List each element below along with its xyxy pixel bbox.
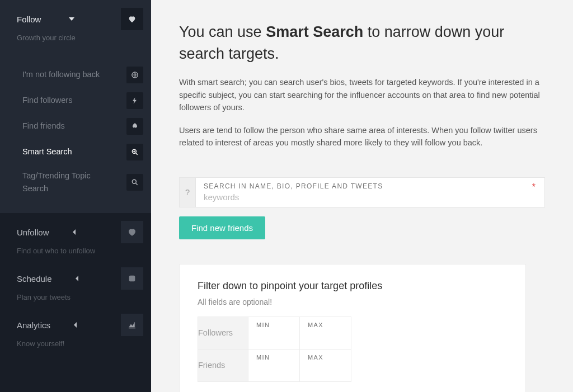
nav-label: Find followers: [22, 94, 72, 107]
description-1: With smart search; you can search user's…: [179, 76, 540, 114]
nav-label: Find friends: [22, 120, 65, 133]
min-label: MIN: [256, 322, 270, 328]
heart-outline-icon: [121, 221, 143, 243]
follow-header[interactable]: Follow: [17, 8, 143, 30]
title-pre: You can use: [179, 23, 266, 40]
search-input[interactable]: [204, 192, 537, 202]
filter-row-friends: Friends MIN MAX: [198, 349, 351, 381]
help-icon[interactable]: ?: [179, 177, 196, 207]
sidebar-section-analytics[interactable]: Analytics Know yourself!: [0, 306, 151, 352]
filter-panel: Filter down to pinpoint your target prof…: [179, 264, 526, 392]
sidebar-section-unfollow[interactable]: Unfollow Find out who to unfollow: [0, 213, 151, 259]
nav-label: I'm not following back: [22, 68, 100, 81]
required-indicator: *: [532, 182, 536, 192]
nav-label: Tag/Trending Topic Search: [22, 169, 101, 195]
nav-find-followers[interactable]: Find followers: [0, 88, 151, 114]
search-icon: [126, 174, 143, 191]
nav-find-friends[interactable]: Find friends: [0, 114, 151, 139]
chevron-left-icon: [72, 229, 77, 235]
nav-not-following-back[interactable]: I'm not following back: [0, 62, 151, 88]
analytics-title: Analytics: [17, 320, 50, 330]
globe-icon: [126, 67, 143, 83]
search-label: SEARCH IN NAME, BIO, PROFILE AND TWEETS: [204, 182, 537, 190]
heart-icon: [121, 8, 143, 30]
chevron-left-icon: [73, 322, 78, 328]
sidebar-section-follow: Follow Growth your circle: [0, 0, 151, 51]
description-2: Users are tend to follow the person who …: [179, 124, 540, 149]
title-bold: Smart Search: [266, 23, 363, 40]
min-label: MIN: [256, 354, 270, 361]
max-label: MAX: [308, 322, 323, 328]
sidebar: Follow Growth your circle I'm not follow…: [0, 0, 151, 392]
chart-icon: [121, 314, 143, 336]
svg-rect-4: [131, 278, 133, 280]
unfollow-subtitle: Find out who to unfollow: [17, 247, 143, 255]
schedule-subtitle: Plan your tweets: [17, 293, 143, 301]
bolt-icon: [126, 92, 143, 109]
filter-row-followers: Followers MIN MAX: [198, 317, 351, 349]
unfollow-title: Unfollow: [17, 228, 49, 237]
filter-title: Filter down to pinpoint your target prof…: [198, 280, 508, 292]
follow-subtitle: Growth your circle: [17, 34, 143, 42]
filter-subtitle: All fields are optional!: [198, 297, 508, 306]
rocket-icon: [126, 118, 143, 135]
main-content: You can use Smart Search to narrow down …: [151, 0, 573, 392]
filter-table: Followers MIN MAX Friends MIN MAX: [198, 317, 351, 382]
stop-icon: [121, 267, 143, 290]
nav-smart-search[interactable]: Smart Search: [0, 139, 151, 165]
schedule-title: Schedule: [17, 274, 52, 284]
sidebar-section-schedule[interactable]: Schedule Plan your tweets: [0, 259, 151, 306]
chevron-left-icon: [74, 276, 80, 281]
nav-label: Smart Search: [22, 145, 72, 158]
followers-label: Followers: [198, 317, 248, 349]
chevron-down-icon: [69, 16, 74, 22]
zoom-in-icon: [126, 144, 143, 160]
search-field-wrapper: SEARCH IN NAME, BIO, PROFILE AND TWEETS …: [196, 177, 545, 207]
search-row: ? SEARCH IN NAME, BIO, PROFILE AND TWEET…: [179, 177, 545, 207]
svg-point-2: [132, 180, 136, 184]
nav-tag-trending-search[interactable]: Tag/Trending Topic Search: [0, 165, 151, 200]
follow-title: Follow: [17, 15, 41, 24]
max-label: MAX: [308, 354, 323, 361]
analytics-subtitle: Know yourself!: [17, 339, 143, 348]
page-title: You can use Smart Search to narrow down …: [179, 21, 545, 65]
find-friends-button[interactable]: Find new friends: [179, 216, 265, 239]
friends-label: Friends: [198, 349, 248, 381]
follow-nav-list: I'm not following back Find followers Fi…: [0, 51, 151, 213]
